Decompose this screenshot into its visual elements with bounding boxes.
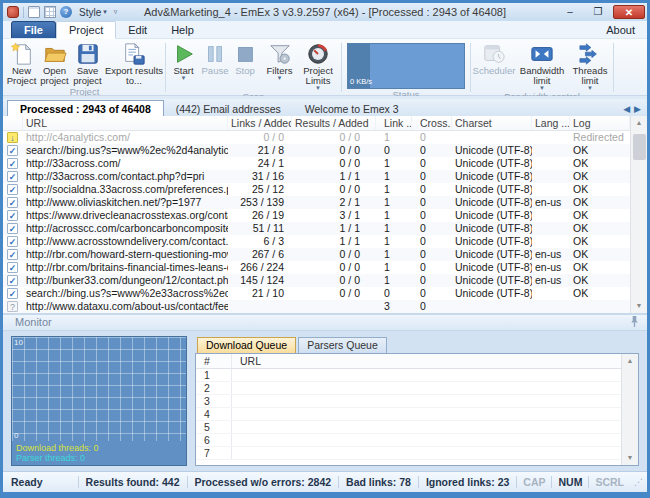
table-scrollbar[interactable]: ▲ ▼ [630,116,647,313]
redirected-icon[interactable]: ↓ [7,132,18,143]
queue-scrollbar[interactable]: ▲ ▼ [621,354,638,465]
minimize-button[interactable]: – [557,5,583,19]
cell-url: search://bing.us?s=www%2e33across%2ecom%… [23,287,228,300]
table-row[interactable]: ✓http://www.acrosstowndelivery.com/conta… [3,235,630,248]
table-row[interactable]: ✓search://bing.us?s=www%2ec%2d4analytics… [3,144,630,157]
scroll-thumb[interactable] [633,134,646,160]
tab-welcome[interactable]: Welcome to Emex 3 [293,101,411,116]
checked-checkbox[interactable]: ✓ [7,158,18,169]
pause-button[interactable]: Pause [200,40,230,76]
checked-checkbox[interactable]: ✓ [7,262,18,273]
qat-overflow-icon[interactable]: ▿ [114,8,118,16]
checked-checkbox[interactable]: ✓ [7,197,18,208]
chevron-down-icon: ▼ [181,76,187,81]
tab-parsers-queue[interactable]: Parsers Queue [298,337,387,353]
style-dropdown[interactable]: Style ▾ [76,7,110,18]
status-processed: Processed w/o errors: 2842 [187,476,339,488]
cell-charset: Unicode (UTF-8) [452,248,532,261]
scheduler-button[interactable]: Scheduler [472,40,516,76]
checked-checkbox[interactable]: ✓ [7,288,18,299]
separator [613,43,614,92]
table-row[interactable]: ?http://www.dataxu.com/about-us/contact/… [3,300,630,313]
checked-checkbox[interactable]: ✓ [7,184,18,195]
queue-row[interactable]: 7 [196,447,621,460]
tab-project[interactable]: Project [56,21,116,39]
queue-row-number: 3 [196,395,232,407]
column-header-lang[interactable]: Lang ... [532,116,570,130]
queue-row-url [232,408,621,420]
table-row[interactable]: ✓http://bunker33.com/dungeon/12/contact.… [3,274,630,287]
column-header-url[interactable]: URL [23,116,228,130]
table-view-icon[interactable] [44,6,56,18]
maximize-button[interactable]: ❐ [585,5,611,19]
export-results-button[interactable]: Export results to... [104,40,164,86]
queue-column-num[interactable]: # [196,354,232,368]
resize-grip[interactable]: ⋰ [630,477,643,487]
checked-checkbox[interactable]: ✓ [7,210,18,221]
tab-scroll-right-icon[interactable]: ▶ [634,104,641,114]
cell-lang [532,144,570,157]
scroll-down-icon[interactable]: ▼ [627,451,634,465]
column-header-cross[interactable]: Cross... [412,116,452,130]
column-header-log[interactable]: Log [570,116,630,130]
scroll-down-icon[interactable]: ▼ [636,299,643,313]
queue-row[interactable]: 4 [196,408,621,421]
queue-column-url[interactable]: URL [232,354,621,368]
table-row[interactable]: ✓http://33across.com/contact.php?d=pri31… [3,170,630,183]
tab-processed[interactable]: Processed : 2943 of 46408 [7,100,164,116]
project-limits-button[interactable]: Project Limits ▼ [296,40,340,91]
table-row[interactable]: ✓https://www.drivecleanacrosstexas.org/c… [3,209,630,222]
queue-row[interactable]: 1 [196,369,621,382]
save-project-button[interactable]: Save project [71,40,104,86]
close-button[interactable]: ✕ [613,5,645,19]
queue-row[interactable]: 6 [196,434,621,447]
column-header-link[interactable]: Link ... [376,116,412,130]
cell-lang: en-us [532,196,570,209]
checked-checkbox[interactable]: ✓ [7,223,18,234]
table-row[interactable]: ↓http://c4analytics.com/0 / 00 / 010Redi… [3,131,630,144]
new-document-icon[interactable] [28,6,40,18]
checked-checkbox[interactable]: ✓ [7,236,18,247]
new-project-button[interactable]: New Project [5,40,38,86]
tab-help[interactable]: Help [159,22,206,38]
threads-limit-button[interactable]: Threads limit ▼ [568,40,612,91]
cell-link: 1 [376,209,412,222]
tab-edit[interactable]: Edit [116,22,159,38]
pin-icon[interactable] [630,315,639,330]
table-row[interactable]: ✓http://www.oliviaskitchen.net/?p=197725… [3,196,630,209]
open-project-button[interactable]: Open project [38,40,71,86]
cell-link: 0 [376,287,412,300]
table-row[interactable]: ✓http://acrosscc.com/carboncarboncomposi… [3,222,630,235]
scroll-up-icon[interactable]: ▲ [627,354,634,368]
stop-button[interactable]: Stop [230,40,260,76]
table-row[interactable]: ✓http://rbr.com/britains-financial-times… [3,261,630,274]
checked-checkbox[interactable]: ✓ [7,171,18,182]
table-row[interactable]: ✓http://33across.com/24 / 10 / 010Unicod… [3,157,630,170]
bandwidth-limit-button[interactable]: Bandwidth limit ▼ [516,40,568,91]
cell-charset: Unicode (UTF-8) [452,222,532,235]
queue-row[interactable]: 2 [196,382,621,395]
cell-links-added [228,300,292,313]
queue-row[interactable]: 3 [196,395,621,408]
tab-scroll-left-icon[interactable]: ◀ [623,104,630,114]
column-header-links[interactable]: Links / Added [228,116,292,130]
table-row[interactable]: ✓search://bing.us?s=www%2e33across%2ecom… [3,287,630,300]
question-icon[interactable]: ? [7,301,18,312]
help-icon[interactable]: ? [60,6,72,18]
column-header-charset[interactable]: Charset [452,116,532,130]
tab-download-queue[interactable]: Download Queue [197,337,296,353]
table-row[interactable]: ✓http://socialdna.33across.com/preferenc… [3,183,630,196]
checked-checkbox[interactable]: ✓ [7,145,18,156]
checked-checkbox[interactable]: ✓ [7,275,18,286]
monitor-header: Monitor [3,315,647,331]
table-row[interactable]: ✓http://rbr.com/howard-stern-questioning… [3,248,630,261]
queue-row[interactable]: 5 [196,421,621,434]
checked-checkbox[interactable]: ✓ [7,249,18,260]
start-button[interactable]: Start ▼ [167,40,200,81]
tab-file[interactable]: File [11,21,56,38]
scroll-up-icon[interactable]: ▲ [636,116,643,130]
filters-button[interactable]: Filters ▼ [263,40,296,81]
tab-email-addresses[interactable]: (442) Email addresses [164,101,293,116]
column-header-results[interactable]: Results / Added [292,116,376,130]
about-link[interactable]: About [602,22,639,38]
